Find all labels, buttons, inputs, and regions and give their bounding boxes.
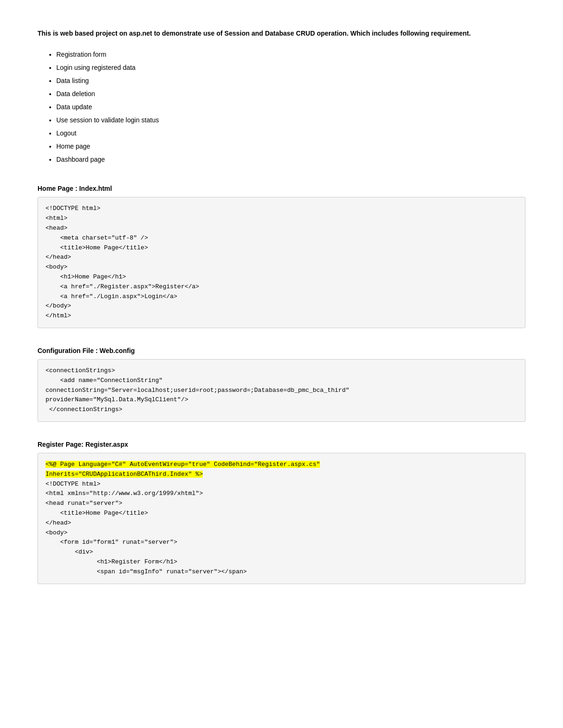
web-config-code: <connectionStrings> <add name="Connectio… [38,359,525,422]
web-config-section: Configuration File : Web.config <connect… [38,347,525,422]
web-config-heading: Configuration File : Web.config [38,347,525,354]
list-item: Use session to validate login status [56,113,525,127]
intro-bold-text: This is web based project on asp.net to … [38,30,471,37]
list-item: Dashboard page [56,153,525,166]
highlighted-code: <%@ Page Language="C#" AutoEventWireup="… [46,461,320,478]
register-page-heading: Register Page: Register.aspx [38,441,525,448]
requirements-list: Registration form Login using registered… [56,48,525,166]
list-item: Data listing [56,74,525,87]
list-item: Registration form [56,48,525,61]
register-page-code: <%@ Page Language="C#" AutoEventWireup="… [38,453,525,584]
list-item: Login using registered data [56,61,525,74]
list-item: Data update [56,100,525,113]
register-page-section: Register Page: Register.aspx <%@ Page La… [38,441,525,584]
home-page-heading: Home Page : Index.html [38,185,525,192]
home-page-code: <!DOCTYPE html> <html> <head> <meta char… [38,197,525,328]
list-item: Logout [56,127,525,140]
list-item: Home page [56,140,525,153]
list-item: Data deletion [56,87,525,100]
intro-paragraph: This is web based project on asp.net to … [38,28,525,38]
home-page-section: Home Page : Index.html <!DOCTYPE html> <… [38,185,525,328]
